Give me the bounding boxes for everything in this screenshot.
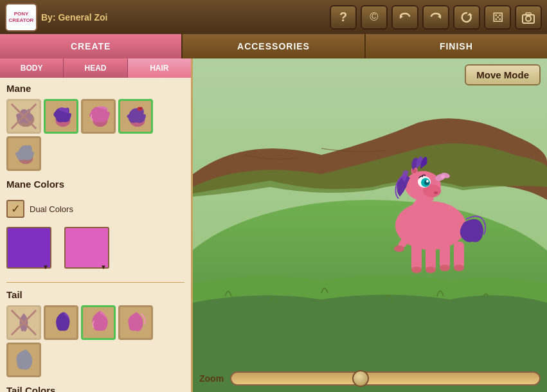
tail-style-4[interactable]: [118, 305, 153, 340]
svg-rect-31: [426, 242, 436, 271]
tail-section-label: Tail: [0, 284, 191, 303]
mane-color-1-swatch[interactable]: [6, 227, 51, 269]
move-mode-button[interactable]: Move Mode: [465, 64, 541, 85]
subtab-head[interactable]: HEAD: [64, 58, 127, 78]
tail-style-5[interactable]: [6, 343, 41, 377]
svg-point-29: [441, 175, 445, 179]
mane-colors-label: Mane Colors: [0, 174, 191, 192]
mane-style-2[interactable]: [44, 99, 78, 134]
svg-marker-2: [467, 13, 472, 15]
svg-rect-33: [454, 242, 464, 269]
svg-rect-30: [411, 242, 422, 271]
color-pickers: ▼ ▼: [6, 222, 184, 277]
svg-point-34: [394, 245, 404, 252]
tail-style-1[interactable]: [6, 305, 41, 340]
mane-style-grid: [0, 96, 191, 174]
svg-point-22: [434, 192, 438, 194]
svg-rect-32: [440, 242, 450, 269]
dual-colors-label: Dual Colors: [30, 204, 73, 214]
scene-background: [193, 58, 547, 392]
mane-color-1-container: ▼: [6, 227, 51, 272]
dual-colors-row: ✓ Dual Colors: [6, 196, 184, 222]
subtab-hair[interactable]: HAIR: [128, 58, 191, 78]
tail-style-grid: [0, 303, 191, 380]
zoom-label: Zoom: [199, 373, 224, 384]
logo-area: PONYCREATOR By: General Zoi: [5, 3, 107, 31]
mane-style-3[interactable]: [81, 99, 116, 134]
tab-accessories[interactable]: ACCESSORIES: [183, 34, 365, 58]
canvas-area: Zoom: [193, 58, 547, 392]
redo-button[interactable]: [422, 5, 449, 30]
random-button[interactable]: ⚄: [484, 5, 511, 30]
mane-colors-section: ✓ Dual Colors ▼ ▼: [0, 192, 191, 281]
svg-point-4: [526, 16, 531, 21]
author-label: By: General Zoi: [41, 12, 107, 22]
undo-button[interactable]: [391, 5, 418, 30]
logo: PONYCREATOR: [5, 3, 37, 31]
tail-style-2[interactable]: [44, 305, 78, 340]
zoom-thumb[interactable]: [352, 370, 369, 387]
mane-color-2-container: ▼: [64, 227, 109, 272]
help-button[interactable]: ?: [330, 5, 357, 30]
svg-point-38: [454, 265, 464, 271]
mane-color-1-arrow[interactable]: ▼: [42, 263, 49, 271]
zoom-section: Zoom: [199, 371, 541, 386]
mane-section-label: Mane: [0, 78, 191, 96]
svg-point-36: [426, 267, 436, 273]
top-bar: PONYCREATOR By: General Zoi ? © ⚄: [0, 0, 547, 34]
divider-1: [6, 282, 184, 283]
top-buttons: ? © ⚄: [330, 5, 542, 30]
tail-style-3[interactable]: [81, 305, 116, 340]
svg-point-26: [426, 180, 429, 183]
mane-color-2-arrow[interactable]: ▼: [100, 263, 107, 271]
tail-colors-label: Tail Colors: [0, 380, 191, 392]
mane-style-1[interactable]: [6, 99, 41, 134]
tab-create[interactable]: CREATE: [0, 34, 183, 58]
tab-finish[interactable]: FINISH: [366, 34, 547, 58]
copyright-button[interactable]: ©: [361, 5, 388, 30]
mane-style-5[interactable]: [6, 136, 41, 171]
reset-button[interactable]: [453, 5, 480, 30]
sub-tabs: BODY HEAD HAIR: [0, 58, 191, 78]
zoom-slider[interactable]: [230, 371, 541, 386]
mane-color-2-swatch[interactable]: [64, 227, 109, 269]
subtab-body[interactable]: BODY: [0, 58, 64, 78]
dual-colors-checkbox[interactable]: ✓: [6, 200, 24, 218]
mane-style-4[interactable]: [118, 99, 153, 134]
svg-point-37: [440, 265, 450, 271]
nav-tabs: CREATE ACCESSORIES FINISH: [0, 34, 547, 58]
camera-button[interactable]: [515, 5, 542, 30]
svg-point-35: [411, 267, 422, 273]
left-panel: BODY HEAD HAIR Mane: [0, 58, 193, 392]
